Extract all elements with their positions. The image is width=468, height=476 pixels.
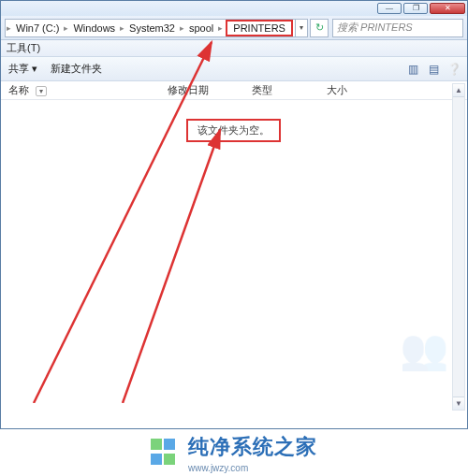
column-type[interactable]: 类型 [244,83,319,97]
menu-bar: 工具(T) [1,40,467,57]
breadcrumb-drive[interactable]: Win7 (C:) [12,22,63,34]
breadcrumb-printers[interactable]: PRINTERS [226,20,293,36]
explorer-window: — ❐ ✕ ▸ Win7 (C:) ▸ Windows ▸ System32 ▸… [0,0,468,429]
preview-icon[interactable]: ▤ [426,62,441,77]
help-icon[interactable]: ❔ [446,62,461,77]
brand-name: 纯净系统之家 [188,433,317,461]
column-size[interactable]: 大小 [319,83,375,97]
watermark-icon: 👥 [400,326,448,372]
breadcrumb-system32[interactable]: System32 [125,22,179,34]
sort-indicator-icon: ▾ [36,86,47,96]
scroll-down-icon[interactable]: ▼ [453,397,464,410]
brand-url: www.jwzy.com [188,463,317,473]
column-name[interactable]: 名称 ▾ [1,83,160,97]
column-date[interactable]: 修改日期 [160,83,244,97]
toolbar: 共享 ▾ 新建文件夹 ▥ ▤ ❔ [1,57,467,81]
search-input[interactable]: 搜索 PRINTERS [332,19,463,37]
brand-logo-icon [151,439,179,467]
scroll-up-icon[interactable]: ▲ [453,84,464,97]
breadcrumb-sep: ▸ [6,23,12,33]
minimize-button[interactable]: — [377,3,402,14]
branding-footer: 纯净系统之家 www.jwzy.com [0,429,468,476]
column-headers: 名称 ▾ 修改日期 类型 大小 [1,81,467,100]
toolbar-newfolder[interactable]: 新建文件夹 [51,62,102,76]
breadcrumb[interactable]: ▸ Win7 (C:) ▸ Windows ▸ System32 ▸ spool… [5,19,308,37]
menu-tools[interactable]: 工具(T) [7,41,40,55]
breadcrumb-sep: ▸ [63,23,69,33]
view-icon[interactable]: ▥ [405,62,420,77]
address-dropdown-icon[interactable]: ▾ [295,19,307,37]
breadcrumb-spool[interactable]: spool [185,22,217,34]
column-name-label: 名称 [8,84,29,95]
title-bar: — ❐ ✕ [1,1,467,16]
address-bar-row: ▸ Win7 (C:) ▸ Windows ▸ System32 ▸ spool… [1,16,467,40]
breadcrumb-sep: ▸ [179,23,185,33]
close-button[interactable]: ✕ [430,3,465,14]
breadcrumb-windows[interactable]: Windows [69,22,119,34]
file-list-area: 该文件夹为空。 [1,100,467,409]
breadcrumb-sep: ▸ [217,23,224,33]
refresh-button[interactable]: ↻ [310,19,329,37]
vertical-scrollbar[interactable]: ▲ ▼ [452,83,465,411]
empty-folder-message: 该文件夹为空。 [186,119,281,142]
toolbar-share[interactable]: 共享 ▾ [8,62,37,76]
breadcrumb-sep: ▸ [119,23,125,33]
maximize-button[interactable]: ❐ [403,3,428,14]
